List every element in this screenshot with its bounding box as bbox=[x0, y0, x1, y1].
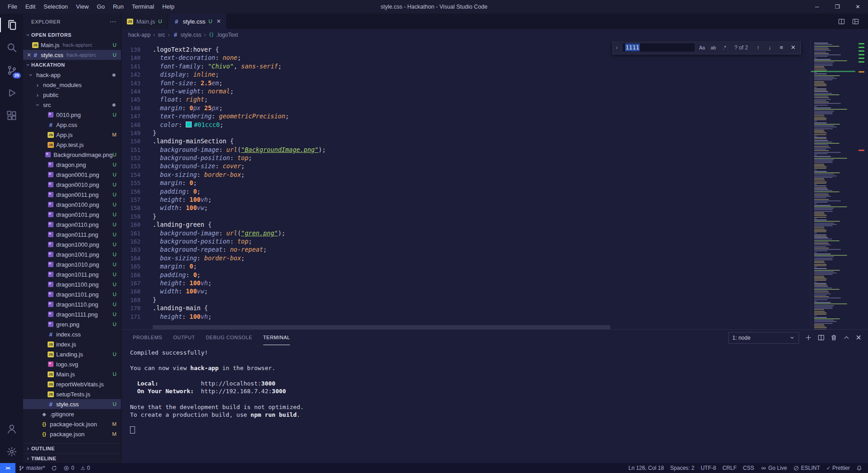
tree-file-dragon0101-png[interactable]: dragon0101.pngU bbox=[23, 210, 121, 219]
tree-file-dragon1000-png[interactable]: dragon1000.pngU bbox=[23, 239, 121, 249]
tree-file-dragon0011-png[interactable]: dragon0011.pngU bbox=[23, 190, 121, 200]
tree-file-dragon1010-png[interactable]: dragon1010.pngU bbox=[23, 259, 121, 269]
more-actions-icon[interactable]: ⋯ bbox=[109, 18, 116, 26]
tree-file-app-js[interactable]: JSApp.jsM bbox=[23, 130, 121, 140]
status-eol[interactable]: CRLF bbox=[719, 463, 740, 473]
section-timeline[interactable]: ›TIMELINE bbox=[23, 453, 121, 463]
find-previous-button[interactable]: ↑ bbox=[753, 43, 763, 52]
section-outline[interactable]: ›OUTLINE bbox=[23, 443, 121, 453]
tree-file-dragon1110-png[interactable]: dragon1110.pngU bbox=[23, 299, 121, 309]
tree-file-package-json[interactable]: {}package.jsonM bbox=[23, 429, 121, 439]
status-notifications[interactable] bbox=[853, 463, 865, 473]
plus-icon[interactable] bbox=[805, 334, 812, 341]
match-case-toggle[interactable]: Aa bbox=[698, 43, 707, 52]
tree-file-landing-js[interactable]: JSLanding.jsU bbox=[23, 349, 121, 359]
status-errors[interactable]: 0 bbox=[60, 463, 77, 473]
breadcrumb-item[interactable]: #style.css bbox=[172, 32, 201, 38]
activity-account[interactable] bbox=[0, 418, 23, 440]
status-warnings[interactable]: ⚠0 bbox=[77, 463, 93, 473]
menu-help[interactable]: Help bbox=[158, 0, 178, 14]
status-eslint[interactable]: ESLINT bbox=[790, 463, 823, 473]
tree-folder-node-modules[interactable]: ›node_modules bbox=[23, 80, 121, 90]
menu-selection[interactable]: Selection bbox=[39, 0, 72, 14]
maximize-button[interactable]: ❐ bbox=[827, 0, 848, 14]
close-icon[interactable]: ✕ bbox=[26, 52, 32, 58]
tree-file-backgroundimage-png[interactable]: BackgroundImage.pngU bbox=[23, 150, 121, 160]
minimap[interactable] bbox=[810, 40, 855, 325]
tree-file-dragon0100-png[interactable]: dragon0100.pngU bbox=[23, 200, 121, 210]
tree-file-dragon1111-png[interactable]: dragon1111.pngU bbox=[23, 309, 121, 319]
panel-tab-output[interactable]: OUTPUT bbox=[173, 330, 195, 345]
layout-icon[interactable] bbox=[852, 18, 859, 25]
tree-file-dragon0001-png[interactable]: dragon0001.pngU bbox=[23, 170, 121, 180]
status-indentation[interactable]: Spaces: 2 bbox=[667, 463, 697, 473]
tree-folder-public[interactable]: ›public bbox=[23, 90, 121, 100]
remote-indicator[interactable]: >< bbox=[0, 463, 15, 473]
breadcrumb-item[interactable]: hack-app bbox=[128, 32, 150, 38]
breadcrumb-item[interactable]: .logoText bbox=[208, 32, 238, 38]
tree-file-setuptests-js[interactable]: JSsetupTests.js bbox=[23, 389, 121, 399]
menu-edit[interactable]: Edit bbox=[21, 0, 39, 14]
chevron-up-icon[interactable] bbox=[843, 334, 850, 341]
tab-style-css[interactable]: #style.cssU✕ bbox=[168, 14, 227, 29]
tree-file-logo-svg[interactable]: logo.svg bbox=[23, 359, 121, 369]
tab-main-js[interactable]: JSMain.jsU bbox=[121, 14, 168, 29]
panel-tab-problems[interactable]: PROBLEMS bbox=[133, 330, 162, 345]
activity-settings[interactable] bbox=[0, 440, 23, 463]
tree-file-dragon0110-png[interactable]: dragon0110.pngU bbox=[23, 219, 121, 229]
status-language-mode[interactable]: CSS bbox=[740, 463, 757, 473]
tree-file-dragon0111-png[interactable]: dragon0111.pngU bbox=[23, 229, 121, 239]
open-editors-header[interactable]: › OPEN EDITORS bbox=[23, 30, 121, 40]
tree-file-dragon1100-png[interactable]: dragon1100.pngU bbox=[23, 279, 121, 289]
overview-ruler[interactable] bbox=[855, 40, 868, 325]
menu-file[interactable]: File bbox=[4, 0, 21, 14]
tree-file-reportwebvitals-js[interactable]: JSreportWebVitals.js bbox=[23, 379, 121, 389]
menu-run[interactable]: Run bbox=[109, 0, 128, 14]
tree-file-package-lock-json[interactable]: {}package-lock.jsonM bbox=[23, 419, 121, 429]
find-next-button[interactable]: ↓ bbox=[765, 43, 775, 52]
toggle-replace-icon[interactable]: › bbox=[614, 44, 620, 51]
menu-view[interactable]: View bbox=[72, 0, 93, 14]
tree-file-app-css[interactable]: #App.css bbox=[23, 120, 121, 130]
tree-folder-src[interactable]: ›src bbox=[23, 100, 121, 110]
terminal-output[interactable]: Compiled successfully! You can now view … bbox=[130, 349, 859, 461]
activity-run-debug[interactable] bbox=[0, 82, 23, 104]
whole-word-toggle[interactable]: ab bbox=[709, 43, 718, 52]
close-glyph[interactable]: ✕ bbox=[856, 334, 862, 342]
tree-file--gitignore[interactable]: ◆.gitignore bbox=[23, 409, 121, 419]
trash-icon[interactable] bbox=[830, 334, 837, 341]
terminal-shell-selector[interactable]: 1: node bbox=[728, 332, 799, 344]
tree-file-app-test-js[interactable]: JSApp.test.js bbox=[23, 140, 121, 150]
tree-file-dragon0010-png[interactable]: dragon0010.pngU bbox=[23, 180, 121, 190]
tree-file-dragon1011-png[interactable]: dragon1011.pngU bbox=[23, 269, 121, 279]
find-input[interactable]: 1111 bbox=[622, 43, 695, 52]
close-button[interactable]: ✕ bbox=[848, 0, 868, 14]
code-editor[interactable]: 139.logoText2:hover {140 text-decoration… bbox=[121, 40, 810, 325]
split-editor-icon[interactable] bbox=[838, 18, 845, 25]
tree-file-dragon1101-png[interactable]: dragon1101.pngU bbox=[23, 289, 121, 299]
close-icon[interactable]: ✕ bbox=[217, 18, 221, 24]
tree-file-index-css[interactable]: #index.css bbox=[23, 329, 121, 339]
tree-file-0010-png[interactable]: 0010.pngU bbox=[23, 110, 121, 120]
tree-file-style-css[interactable]: #style.cssU bbox=[23, 399, 121, 409]
status-encoding[interactable]: UTF-8 bbox=[698, 463, 719, 473]
find-close-button[interactable]: ✕ bbox=[788, 43, 798, 52]
minimize-button[interactable]: ─ bbox=[807, 0, 827, 14]
activity-search[interactable] bbox=[0, 36, 23, 59]
activity-source-control[interactable]: 25 bbox=[0, 59, 23, 82]
menu-terminal[interactable]: Terminal bbox=[128, 0, 158, 14]
split-editor-icon[interactable] bbox=[818, 334, 825, 341]
status-cursor-position[interactable]: Ln 126, Col 18 bbox=[625, 463, 667, 473]
tree-file-gren-png[interactable]: gren.pngU bbox=[23, 319, 121, 329]
status-go-live[interactable]: Go Live bbox=[757, 463, 790, 473]
tree-file-dragon-png[interactable]: dragon.pngU bbox=[23, 160, 121, 170]
status-git-branch[interactable]: master* bbox=[15, 463, 48, 473]
tree-file-dragon1001-png[interactable]: dragon1001.pngU bbox=[23, 249, 121, 259]
open-editor-item[interactable]: JSMain.jshack-app\srcU bbox=[23, 40, 121, 50]
menu-go[interactable]: Go bbox=[93, 0, 109, 14]
status-sync[interactable] bbox=[48, 463, 60, 473]
open-editor-item[interactable]: ✕#style.csshack-app\srcU bbox=[23, 50, 121, 60]
panel-tab-debug-console[interactable]: DEBUG CONSOLE bbox=[206, 330, 252, 345]
status-prettier[interactable]: ✓Prettier bbox=[823, 463, 853, 473]
tree-folder-hack-app[interactable]: ›hack-app bbox=[23, 70, 121, 80]
